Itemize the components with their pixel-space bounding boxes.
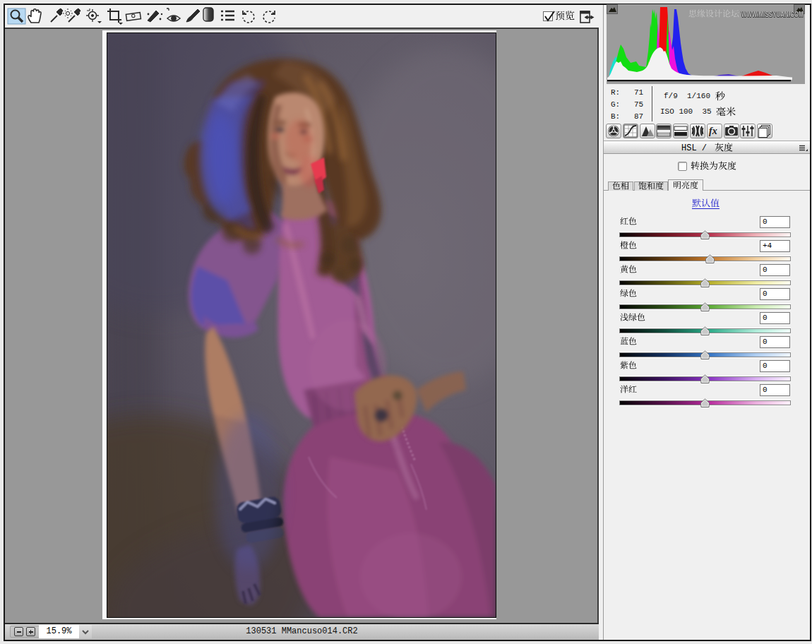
- svg-text:fx: fx: [709, 126, 717, 136]
